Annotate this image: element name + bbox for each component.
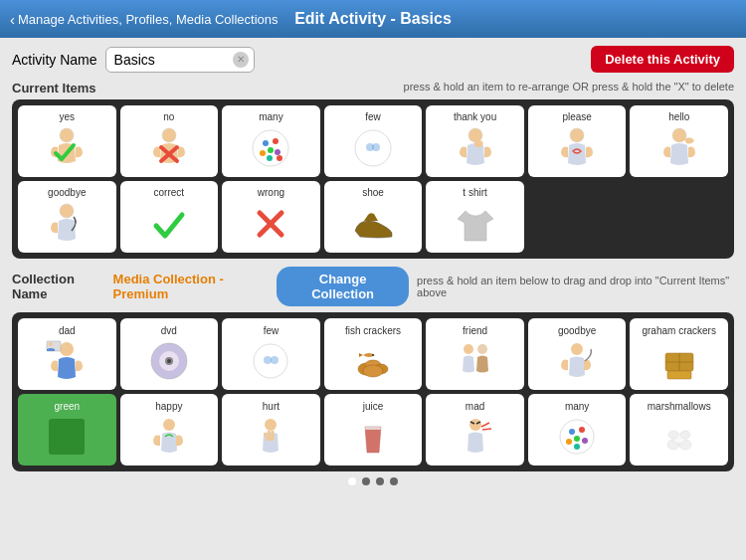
page-dot-2[interactable] — [362, 477, 370, 485]
collection-item-marshmallows[interactable]: marshmallows — [630, 394, 728, 466]
activity-name-row: Activity Name ✕ Delete this Activity — [12, 46, 734, 73]
collection-item-graham-crackers[interactable]: graham crackers — [630, 318, 728, 390]
item-many-icon — [247, 124, 294, 172]
collection-item-green[interactable]: green — [18, 394, 116, 466]
item-wrong[interactable]: wrong — [222, 181, 320, 253]
item-correct[interactable]: correct — [120, 181, 219, 253]
collection-hint: press & hold an item below to drag and d… — [417, 275, 734, 298]
item-shoe-icon — [349, 200, 397, 248]
svg-point-36 — [464, 344, 473, 354]
item-no[interactable]: no — [120, 105, 219, 177]
collection-item-happy-label: happy — [155, 401, 182, 412]
svg-point-27 — [167, 359, 171, 363]
item-goodbye-icon — [43, 200, 91, 248]
collection-label: Collection Name — [12, 272, 105, 301]
collection-item-mad[interactable]: mad — [426, 394, 524, 466]
item-shoe[interactable]: shoe — [324, 181, 423, 253]
svg-rect-49 — [365, 427, 381, 430]
item-correct-label: correct — [154, 187, 185, 198]
item-many[interactable]: many — [222, 105, 320, 177]
svg-point-65 — [668, 431, 678, 439]
svg-point-16 — [570, 128, 584, 142]
item-correct-icon — [145, 200, 193, 248]
svg-line-53 — [481, 423, 489, 427]
collection-name-value: Media Collection - Premium — [113, 272, 270, 301]
svg-point-6 — [273, 138, 279, 144]
collection-grid: dad dvd — [18, 318, 728, 466]
item-goodbye-label: goodbye — [48, 187, 86, 198]
item-please[interactable]: please — [528, 105, 627, 177]
collection-item-hurt[interactable]: hurt — [222, 394, 320, 466]
item-thank-you[interactable]: thank you — [426, 105, 524, 177]
clear-input-button[interactable]: ✕ — [233, 52, 249, 68]
item-tshirt-label: t shirt — [463, 187, 486, 198]
back-button[interactable]: ‹ Manage Activities, Profiles, Media Col… — [10, 11, 279, 28]
collection-container: dad dvd — [12, 312, 734, 471]
svg-point-29 — [264, 356, 272, 364]
item-hello-icon — [655, 124, 703, 172]
svg-point-45 — [265, 419, 277, 431]
activity-name-label: Activity Name — [12, 52, 97, 68]
page-dot-3[interactable] — [376, 477, 384, 485]
collection-item-few-icon — [248, 338, 293, 384]
item-few[interactable]: few — [324, 105, 423, 177]
item-no-label: no — [163, 111, 174, 122]
collection-item-happy[interactable]: happy — [120, 394, 219, 466]
item-yes-label: yes — [60, 111, 76, 122]
collection-item-dvd-icon — [146, 338, 192, 384]
collection-item-dad-icon — [44, 338, 90, 384]
page-dot-1[interactable] — [348, 477, 356, 485]
activity-name-input-wrapper: ✕ — [105, 47, 255, 73]
collection-item-goodbye[interactable]: goodbye — [528, 318, 627, 390]
collection-item-friend-label: friend — [463, 325, 487, 336]
page-title: Edit Activity - Basics — [294, 10, 452, 28]
svg-point-60 — [582, 438, 588, 444]
collection-item-dad[interactable]: dad — [18, 318, 116, 390]
chevron-left-icon: ‹ — [10, 11, 15, 28]
collection-item-goodbye-label: goodbye — [558, 325, 596, 336]
svg-point-37 — [477, 344, 487, 354]
collection-item-happy-icon — [146, 414, 192, 460]
svg-point-11 — [277, 155, 282, 161]
item-few-label: few — [365, 111, 381, 122]
collection-item-few[interactable]: few — [222, 318, 320, 390]
collection-item-friend[interactable]: friend — [426, 318, 524, 390]
collection-item-goodbye-icon — [554, 338, 600, 384]
item-thank-you-label: thank you — [454, 111, 496, 122]
back-label[interactable]: Manage Activities, Profiles, Media Colle… — [18, 12, 279, 27]
collection-item-many-label: many — [565, 401, 589, 412]
svg-point-7 — [268, 147, 274, 153]
svg-rect-42 — [667, 371, 691, 379]
svg-point-9 — [275, 149, 280, 155]
current-items-grid: yes no — [18, 105, 728, 253]
item-many-label: many — [259, 111, 282, 122]
item-please-icon — [553, 124, 601, 172]
svg-point-8 — [260, 150, 266, 156]
collection-item-fish-crackers-label: fish crackers — [345, 325, 401, 336]
svg-point-50 — [469, 419, 481, 431]
svg-point-30 — [271, 356, 279, 364]
item-yes-icon — [43, 124, 91, 172]
collection-item-green-label: green — [54, 401, 80, 412]
item-hello[interactable]: hello — [630, 105, 728, 177]
current-items-container: yes no — [12, 99, 734, 259]
item-tshirt[interactable]: t shirt — [426, 181, 524, 253]
collection-item-fish-crackers[interactable]: fish crackers — [324, 318, 423, 390]
page-dot-4[interactable] — [390, 477, 398, 485]
svg-point-66 — [680, 431, 690, 439]
svg-point-58 — [574, 436, 580, 442]
svg-point-57 — [579, 427, 585, 433]
collection-item-many[interactable]: many — [528, 394, 627, 466]
svg-point-34 — [363, 365, 383, 377]
item-yes[interactable]: yes — [18, 105, 116, 177]
collection-item-fish-crackers-icon — [350, 338, 396, 384]
item-shoe-label: shoe — [362, 187, 384, 198]
collection-item-dvd[interactable]: dvd — [120, 318, 219, 390]
collection-item-juice[interactable]: juice — [324, 394, 423, 466]
collection-item-juice-label: juice — [363, 401, 384, 412]
item-tshirt-icon — [452, 200, 499, 248]
delete-activity-button[interactable]: Delete this Activity — [591, 46, 734, 73]
svg-point-10 — [267, 155, 273, 161]
item-goodbye[interactable]: goodbye — [18, 181, 116, 253]
change-collection-button[interactable]: Change Collection — [277, 267, 409, 306]
